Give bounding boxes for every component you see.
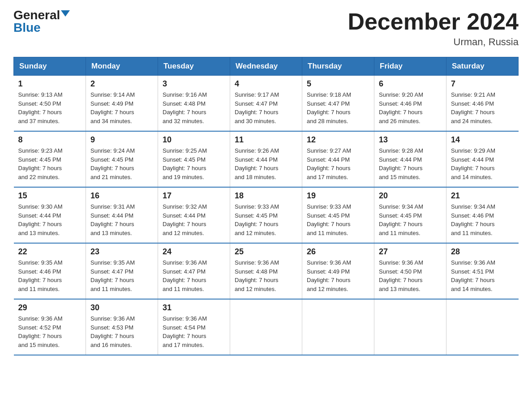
calendar-day-cell: 20Sunrise: 9:34 AM Sunset: 4:45 PM Dayli… xyxy=(374,187,446,243)
location: Urman, Russia xyxy=(348,36,519,48)
day-info: Sunrise: 9:35 AM Sunset: 4:46 PM Dayligh… xyxy=(18,258,82,293)
day-number: 26 xyxy=(307,247,369,257)
day-number: 19 xyxy=(307,191,369,201)
day-number: 28 xyxy=(451,247,514,257)
day-number: 31 xyxy=(163,303,225,313)
day-info: Sunrise: 9:16 AM Sunset: 4:48 PM Dayligh… xyxy=(163,90,225,125)
calendar-day-cell xyxy=(374,299,446,355)
calendar-week-row: 15Sunrise: 9:30 AM Sunset: 4:44 PM Dayli… xyxy=(14,187,519,243)
day-info: Sunrise: 9:21 AM Sunset: 4:46 PM Dayligh… xyxy=(451,90,514,125)
day-number: 25 xyxy=(235,247,297,257)
day-info: Sunrise: 9:34 AM Sunset: 4:45 PM Dayligh… xyxy=(379,202,442,237)
calendar-day-cell: 3Sunrise: 9:16 AM Sunset: 4:48 PM Daylig… xyxy=(158,76,230,132)
day-number: 8 xyxy=(18,135,82,145)
day-number: 13 xyxy=(379,135,442,145)
day-info: Sunrise: 9:36 AM Sunset: 4:47 PM Dayligh… xyxy=(163,258,225,293)
calendar-day-cell: 30Sunrise: 9:36 AM Sunset: 4:53 PM Dayli… xyxy=(86,299,158,355)
day-info: Sunrise: 9:36 AM Sunset: 4:49 PM Dayligh… xyxy=(307,258,369,293)
calendar-day-cell: 8Sunrise: 9:23 AM Sunset: 4:45 PM Daylig… xyxy=(14,131,86,187)
calendar-day-cell: 10Sunrise: 9:25 AM Sunset: 4:45 PM Dayli… xyxy=(158,131,230,187)
day-info: Sunrise: 9:36 AM Sunset: 4:48 PM Dayligh… xyxy=(235,258,297,293)
calendar-day-cell: 17Sunrise: 9:32 AM Sunset: 4:44 PM Dayli… xyxy=(158,187,230,243)
day-info: Sunrise: 9:14 AM Sunset: 4:49 PM Dayligh… xyxy=(90,90,153,125)
calendar-day-cell: 13Sunrise: 9:28 AM Sunset: 4:44 PM Dayli… xyxy=(374,131,446,187)
calendar-day-cell: 21Sunrise: 9:34 AM Sunset: 4:46 PM Dayli… xyxy=(446,187,519,243)
weekday-header-friday: Friday xyxy=(374,57,446,76)
day-number: 3 xyxy=(163,79,225,89)
day-info: Sunrise: 9:36 AM Sunset: 4:52 PM Dayligh… xyxy=(18,314,82,349)
day-number: 10 xyxy=(163,135,225,145)
calendar-week-row: 1Sunrise: 9:13 AM Sunset: 4:50 PM Daylig… xyxy=(14,76,519,132)
calendar-day-cell: 15Sunrise: 9:30 AM Sunset: 4:44 PM Dayli… xyxy=(14,187,86,243)
logo: General Blue xyxy=(13,9,70,34)
logo-blue-text: Blue xyxy=(13,21,70,34)
day-number: 27 xyxy=(379,247,442,257)
day-number: 16 xyxy=(90,191,153,201)
calendar-day-cell xyxy=(446,299,519,355)
calendar-day-cell: 28Sunrise: 9:36 AM Sunset: 4:51 PM Dayli… xyxy=(446,243,519,299)
weekday-header-thursday: Thursday xyxy=(302,57,374,76)
day-info: Sunrise: 9:23 AM Sunset: 4:45 PM Dayligh… xyxy=(18,146,82,181)
day-info: Sunrise: 9:24 AM Sunset: 4:45 PM Dayligh… xyxy=(90,146,153,181)
calendar-week-row: 29Sunrise: 9:36 AM Sunset: 4:52 PM Dayli… xyxy=(14,299,519,355)
calendar-day-cell: 25Sunrise: 9:36 AM Sunset: 4:48 PM Dayli… xyxy=(230,243,302,299)
day-info: Sunrise: 9:36 AM Sunset: 4:50 PM Dayligh… xyxy=(379,258,442,293)
day-number: 24 xyxy=(163,247,225,257)
calendar-day-cell: 18Sunrise: 9:33 AM Sunset: 4:45 PM Dayli… xyxy=(230,187,302,243)
day-info: Sunrise: 9:27 AM Sunset: 4:44 PM Dayligh… xyxy=(307,146,369,181)
weekday-header-saturday: Saturday xyxy=(446,57,519,76)
day-info: Sunrise: 9:33 AM Sunset: 4:45 PM Dayligh… xyxy=(235,202,297,237)
day-number: 22 xyxy=(18,247,82,257)
weekday-header-monday: Monday xyxy=(86,57,158,76)
calendar-day-cell: 22Sunrise: 9:35 AM Sunset: 4:46 PM Dayli… xyxy=(14,243,86,299)
calendar-day-cell: 7Sunrise: 9:21 AM Sunset: 4:46 PM Daylig… xyxy=(446,76,519,132)
day-number: 23 xyxy=(90,247,153,257)
day-number: 5 xyxy=(307,79,369,89)
weekday-header-row: SundayMondayTuesdayWednesdayThursdayFrid… xyxy=(14,57,519,76)
calendar-day-cell: 27Sunrise: 9:36 AM Sunset: 4:50 PM Dayli… xyxy=(374,243,446,299)
month-title: December 2024 xyxy=(348,9,519,34)
weekday-header-tuesday: Tuesday xyxy=(158,57,230,76)
calendar-day-cell: 4Sunrise: 9:17 AM Sunset: 4:47 PM Daylig… xyxy=(230,76,302,132)
calendar-day-cell xyxy=(302,299,374,355)
calendar-day-cell: 5Sunrise: 9:18 AM Sunset: 4:47 PM Daylig… xyxy=(302,76,374,132)
calendar-week-row: 8Sunrise: 9:23 AM Sunset: 4:45 PM Daylig… xyxy=(14,131,519,187)
calendar-day-cell: 19Sunrise: 9:33 AM Sunset: 4:45 PM Dayli… xyxy=(302,187,374,243)
calendar-day-cell: 14Sunrise: 9:29 AM Sunset: 4:44 PM Dayli… xyxy=(446,131,519,187)
calendar-day-cell: 26Sunrise: 9:36 AM Sunset: 4:49 PM Dayli… xyxy=(302,243,374,299)
weekday-header-wednesday: Wednesday xyxy=(230,57,302,76)
calendar-week-row: 22Sunrise: 9:35 AM Sunset: 4:46 PM Dayli… xyxy=(14,243,519,299)
logo-triangle-icon xyxy=(61,10,70,17)
day-info: Sunrise: 9:13 AM Sunset: 4:50 PM Dayligh… xyxy=(18,90,82,125)
calendar-day-cell: 31Sunrise: 9:36 AM Sunset: 4:54 PM Dayli… xyxy=(158,299,230,355)
day-info: Sunrise: 9:32 AM Sunset: 4:44 PM Dayligh… xyxy=(163,202,225,237)
day-info: Sunrise: 9:30 AM Sunset: 4:44 PM Dayligh… xyxy=(18,202,82,237)
day-info: Sunrise: 9:36 AM Sunset: 4:54 PM Dayligh… xyxy=(163,314,225,349)
day-number: 1 xyxy=(18,79,82,89)
calendar-day-cell: 9Sunrise: 9:24 AM Sunset: 4:45 PM Daylig… xyxy=(86,131,158,187)
calendar-day-cell: 16Sunrise: 9:31 AM Sunset: 4:44 PM Dayli… xyxy=(86,187,158,243)
day-info: Sunrise: 9:25 AM Sunset: 4:45 PM Dayligh… xyxy=(163,146,225,181)
calendar-table: SundayMondayTuesdayWednesdayThursdayFrid… xyxy=(13,57,519,355)
day-number: 14 xyxy=(451,135,514,145)
day-info: Sunrise: 9:36 AM Sunset: 4:51 PM Dayligh… xyxy=(451,258,514,293)
day-info: Sunrise: 9:28 AM Sunset: 4:44 PM Dayligh… xyxy=(379,146,442,181)
day-number: 29 xyxy=(18,303,82,313)
calendar-day-cell: 2Sunrise: 9:14 AM Sunset: 4:49 PM Daylig… xyxy=(86,76,158,132)
day-info: Sunrise: 9:31 AM Sunset: 4:44 PM Dayligh… xyxy=(90,202,153,237)
day-number: 12 xyxy=(307,135,369,145)
day-number: 30 xyxy=(90,303,153,313)
day-info: Sunrise: 9:36 AM Sunset: 4:53 PM Dayligh… xyxy=(90,314,153,349)
day-info: Sunrise: 9:20 AM Sunset: 4:46 PM Dayligh… xyxy=(379,90,442,125)
calendar-day-cell: 11Sunrise: 9:26 AM Sunset: 4:44 PM Dayli… xyxy=(230,131,302,187)
day-number: 9 xyxy=(90,135,153,145)
day-info: Sunrise: 9:33 AM Sunset: 4:45 PM Dayligh… xyxy=(307,202,369,237)
day-number: 4 xyxy=(235,79,297,89)
day-number: 11 xyxy=(235,135,297,145)
day-number: 20 xyxy=(379,191,442,201)
calendar-day-cell: 24Sunrise: 9:36 AM Sunset: 4:47 PM Dayli… xyxy=(158,243,230,299)
page-header: General Blue December 2024 Urman, Russia xyxy=(13,9,519,48)
calendar-day-cell: 1Sunrise: 9:13 AM Sunset: 4:50 PM Daylig… xyxy=(14,76,86,132)
logo-general-text: General xyxy=(13,9,60,21)
day-info: Sunrise: 9:29 AM Sunset: 4:44 PM Dayligh… xyxy=(451,146,514,181)
